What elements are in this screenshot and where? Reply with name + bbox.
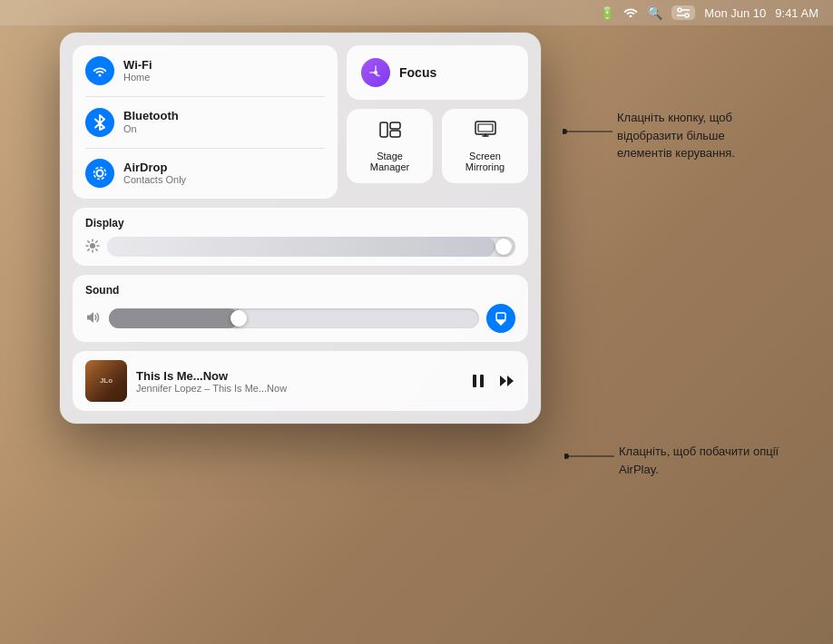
control-center-panel: Wi-Fi Home Bluetooth On	[60, 33, 541, 424]
svg-rect-24	[473, 375, 476, 387]
screen-mirroring-icon	[475, 120, 496, 145]
brightness-icon	[85, 239, 100, 256]
screen-mirroring-tile[interactable]: Screen Mirroring	[442, 109, 528, 183]
control-center-button[interactable]	[671, 5, 695, 20]
callout-2: Клацніть, щоб побачити опції AirPlay.	[564, 443, 782, 478]
svg-rect-25	[480, 375, 484, 387]
screen-mirroring-label: Screen Mirroring	[451, 151, 519, 172]
svg-rect-23	[496, 313, 505, 320]
svg-rect-9	[380, 122, 387, 137]
bottom-tiles: Stage Manager Screen Mirroring	[347, 109, 528, 183]
svg-point-0	[678, 8, 681, 12]
svg-point-29	[564, 454, 569, 459]
menubar: 🔋 🔍 Mon Jun 10 9:41 AM	[0, 0, 833, 25]
callout-1-text: Клацніть кнопку, щоб відобразити більше …	[617, 109, 762, 162]
svg-point-1	[685, 14, 689, 17]
wifi-icon-circle	[85, 56, 114, 85]
top-row: Wi-Fi Home Bluetooth On	[73, 45, 528, 199]
callout-2-text: Клацніть, щоб побачити опції AirPlay.	[619, 443, 782, 478]
bluetooth-icon-circle	[85, 108, 114, 137]
svg-line-21	[88, 249, 89, 249]
focus-tile[interactable]: Focus	[347, 45, 528, 100]
divider-2	[85, 148, 325, 149]
track-info: This Is Me...Now Jennifer Lopez – This I…	[136, 369, 461, 394]
svg-point-27	[563, 129, 567, 134]
right-tiles: Focus Stage Manager	[347, 45, 528, 199]
search-menubar-icon[interactable]: 🔍	[647, 5, 662, 20]
svg-point-14	[90, 243, 95, 249]
menubar-time: 9:41 AM	[775, 6, 818, 20]
now-playing-section: JLo This Is Me...Now Jennifer Lopez – Th…	[73, 351, 528, 411]
bluetooth-label: Bluetooth	[123, 109, 179, 123]
svg-line-22	[96, 240, 97, 241]
media-controls	[470, 373, 515, 389]
callout-1: Клацніть кнопку, щоб відобразити більше …	[563, 109, 762, 162]
display-slider[interactable]	[107, 237, 515, 257]
airdrop-icon-circle	[85, 159, 114, 188]
divider-1	[85, 96, 325, 97]
airdrop-text: AirDrop Contacts Only	[123, 161, 186, 187]
stage-manager-icon	[379, 120, 401, 145]
battery-icon: 🔋	[600, 6, 614, 20]
wifi-item[interactable]: Wi-Fi Home	[85, 56, 325, 85]
display-title: Display	[85, 217, 515, 229]
svg-line-20	[96, 249, 97, 249]
sound-row	[85, 304, 515, 333]
wifi-sublabel: Home	[123, 72, 152, 83]
bluetooth-text: Bluetooth On	[123, 109, 179, 135]
airplay-button[interactable]	[486, 304, 515, 333]
sound-slider[interactable]	[109, 308, 479, 328]
airdrop-item[interactable]: AirDrop Contacts Only	[85, 159, 325, 188]
display-slider-row	[85, 237, 515, 257]
airdrop-sublabel: Contacts Only	[123, 174, 186, 186]
sound-title: Sound	[85, 284, 515, 297]
svg-rect-11	[390, 131, 400, 137]
wifi-label: Wi-Fi	[123, 58, 152, 73]
display-section: Display	[73, 208, 528, 266]
focus-icon	[361, 58, 390, 87]
svg-rect-10	[390, 122, 400, 129]
pause-button[interactable]	[470, 373, 486, 389]
wifi-text: Wi-Fi Home	[123, 58, 152, 84]
bluetooth-sublabel: On	[123, 123, 179, 135]
next-button[interactable]	[497, 373, 515, 389]
sound-section: Sound	[73, 275, 528, 342]
menubar-date: Mon Jun 10	[704, 6, 766, 20]
svg-point-8	[374, 71, 377, 74]
svg-line-19	[88, 240, 89, 241]
wifi-menubar-icon	[623, 6, 638, 20]
focus-label: Focus	[399, 65, 436, 80]
airdrop-label: AirDrop	[123, 161, 186, 175]
bluetooth-item[interactable]: Bluetooth On	[85, 108, 325, 137]
svg-rect-13	[478, 124, 493, 132]
svg-point-7	[94, 168, 106, 180]
stage-manager-tile[interactable]: Stage Manager	[347, 109, 433, 183]
album-art: JLo	[85, 360, 127, 402]
network-tile: Wi-Fi Home Bluetooth On	[73, 45, 338, 199]
svg-point-6	[97, 171, 103, 177]
track-artist: Jennifer Lopez – This Is Me...Now	[136, 383, 461, 394]
stage-manager-label: Stage Manager	[356, 151, 424, 172]
track-title: This Is Me...Now	[136, 369, 461, 383]
volume-icon	[85, 310, 102, 327]
